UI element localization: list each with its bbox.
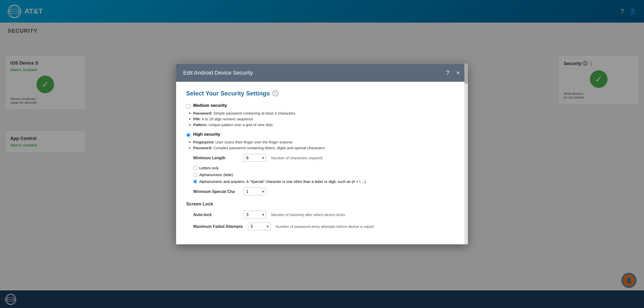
alphanumeric-special-option[interactable]: Alphanumeric and aracters. A "Special" c…: [193, 179, 458, 184]
max-failed-row: Maximum Failed Attempts 3 4 5 6 7 Number…: [193, 223, 458, 230]
alphanumeric-option[interactable]: Alphanumeric (lette): [193, 173, 458, 177]
bullet-password-high: Password: Complex password containing le…: [193, 146, 458, 150]
auto-lock-select-wrapper: 1 2 3 4 5: [244, 211, 266, 219]
high-security-text: High security: [193, 132, 220, 137]
modal-body: Select Your Security Settings ? Medium s…: [176, 82, 468, 244]
min-special-row: Minimum Special Cha 1 2 3 4: [193, 188, 458, 195]
min-length-select[interactable]: 4 5 6 7 8: [244, 154, 266, 162]
modal-help-button[interactable]: ?: [445, 68, 450, 77]
modal-title: Edit Android Device Security: [183, 70, 253, 76]
bullet-pin: PIN: 4 to 16 digit numeric sequence: [193, 117, 458, 121]
alphanumeric-label: Alphanumeric (lette): [199, 173, 233, 177]
sub-options-group: Letters only Alphanumeric (lette) Alphan…: [193, 166, 458, 184]
bullet-pattern: Pattern: Unique pattern over a grid of n…: [193, 123, 458, 127]
min-special-select[interactable]: 1 2 3 4: [244, 188, 266, 195]
modal-close-button[interactable]: ×: [455, 68, 461, 77]
medium-bullets: Password: Simple password containing at …: [193, 111, 458, 127]
section-title-text: Select Your Security Settings: [186, 90, 270, 97]
medium-security-radio[interactable]: [186, 104, 191, 109]
max-failed-select-wrapper: 3 4 5 6 7: [248, 223, 271, 230]
min-length-select-wrapper: 4 5 6 7 8: [244, 154, 266, 162]
auto-lock-row: Auto-lock 1 2 3 4 5 Minutes of inactivit…: [193, 211, 458, 219]
min-length-label: Minimum Length: [193, 156, 238, 160]
high-bullets: Fingerprint: User scans their finger ove…: [193, 140, 458, 150]
letters-only-label: Letters only: [199, 166, 219, 170]
alphanumeric-radio[interactable]: [193, 173, 197, 177]
section-help-icon[interactable]: ?: [272, 90, 278, 96]
alphanumeric-special-label: Alphanumeric and aracters. A "Special" c…: [199, 179, 366, 184]
medium-security-label[interactable]: Medium security: [186, 103, 458, 109]
section-title-row: Select Your Security Settings ?: [186, 90, 458, 97]
auto-lock-hint: Minutes of inactivity after which device…: [271, 213, 345, 217]
max-failed-hint: Number of password entry attempts before…: [276, 224, 374, 229]
scrollbar[interactable]: [464, 64, 468, 244]
letters-only-radio[interactable]: [193, 166, 197, 170]
bullet-password-medium: Password: Simple password containing at …: [193, 111, 458, 115]
high-security-label[interactable]: High security: [186, 132, 458, 137]
min-special-select-wrapper: 1 2 3 4: [244, 188, 266, 195]
max-failed-label: Maximum Failed Attempts: [193, 224, 243, 229]
min-special-label: Minimum Special Cha: [193, 189, 238, 194]
modal-dialog: Edit Android Device Security ? × Select …: [176, 64, 468, 244]
min-length-row: Minimum Length 4 5 6 7 8 Number of chara…: [193, 154, 458, 162]
screen-lock-title: Screen Lock: [186, 201, 458, 207]
medium-security-group: Medium security Password: Simple passwor…: [186, 103, 458, 127]
modal-header-actions: ? ×: [445, 68, 461, 77]
high-security-group: High security Fingerprint: User scans th…: [186, 132, 458, 195]
letters-only-option[interactable]: Letters only: [193, 166, 458, 170]
auto-lock-select[interactable]: 1 2 3 4 5: [244, 211, 266, 219]
medium-security-text: Medium security: [193, 103, 227, 108]
auto-lock-label: Auto-lock: [193, 212, 238, 217]
high-security-radio[interactable]: [186, 133, 191, 137]
screen-lock-section: Screen Lock Auto-lock 1 2 3 4 5 Minutes …: [186, 201, 458, 230]
bullet-fingerprint: Fingerprint: User scans their finger ove…: [193, 140, 458, 144]
max-failed-select[interactable]: 3 4 5 6 7: [248, 223, 271, 230]
alphanumeric-special-radio[interactable]: [193, 179, 197, 183]
scrollbar-thumb[interactable]: [464, 64, 468, 84]
min-length-hint: Number of characters required: [271, 156, 322, 160]
modal-header: Edit Android Device Security ? ×: [176, 64, 468, 82]
